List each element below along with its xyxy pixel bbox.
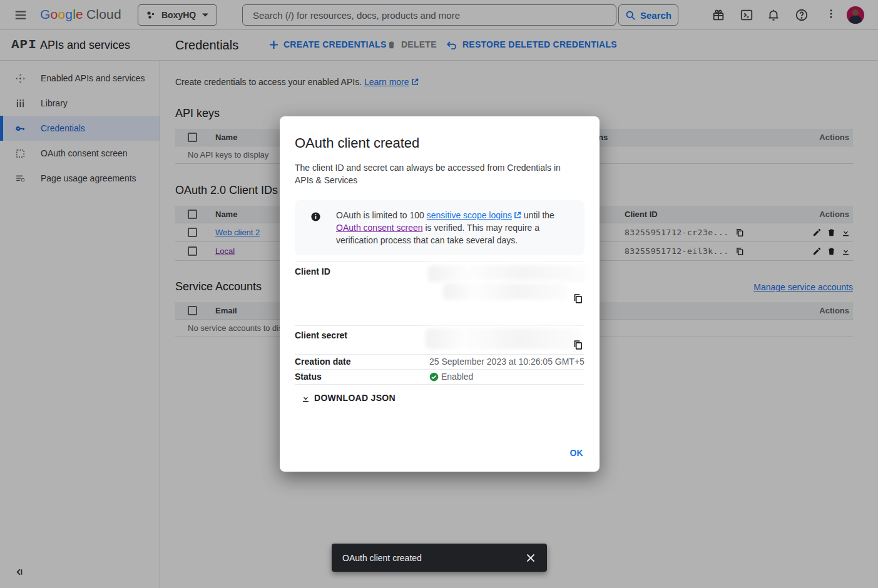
ok-button[interactable]: OK [569, 448, 583, 458]
status-badge: Enabled [429, 372, 584, 382]
notice-mid: until the [521, 210, 554, 220]
client-id-label: Client ID [295, 262, 429, 307]
status-label: Status [295, 370, 429, 384]
dialog-fields: Client ID Client secret Creation date 25… [295, 261, 584, 385]
creation-date-label: Creation date [295, 355, 429, 369]
end-divider [295, 384, 584, 385]
snackbar-toast: OAuth client created [332, 544, 547, 572]
client-secret-value-redacted [429, 326, 584, 354]
google-cloud-console: GoogleCloud BoxyHQ Search [0, 0, 878, 588]
status-row: Status Enabled [295, 369, 584, 384]
spacer-row [295, 307, 584, 325]
creation-date-row: Creation date 25 September 2023 at 10:26… [295, 354, 584, 369]
notice-text: OAuth is limited to 100 sensitive scope … [336, 209, 584, 246]
notice-pre: OAuth is limited to 100 [336, 210, 427, 220]
dialog-title: OAuth client created [295, 135, 584, 151]
redacted-client-secret [426, 328, 582, 349]
dialog-description: The client ID and secret can always be a… [295, 161, 570, 186]
client-secret-row: Client secret [295, 325, 584, 354]
creation-date-value: 25 September 2023 at 10:26:05 GMT+5 [429, 355, 584, 369]
sensitive-scope-logins-link[interactable]: sensitive scope logins [427, 210, 512, 220]
download-icon [301, 393, 310, 403]
toast-message: OAuth client created [342, 553, 526, 563]
external-link-icon [514, 210, 521, 217]
info-icon [310, 211, 321, 222]
verification-notice: OAuth is limited to 100 sensitive scope … [295, 200, 584, 255]
oauth-client-created-dialog: OAuth client created The client ID and s… [280, 116, 600, 472]
check-circle-icon [429, 372, 439, 382]
close-icon[interactable] [526, 553, 536, 563]
copy-client-secret-icon[interactable] [573, 340, 583, 350]
download-json-label: DOWNLOAD JSON [314, 393, 396, 403]
client-id-row: Client ID [295, 261, 584, 307]
redacted-client-id-line1 [428, 265, 586, 282]
client-id-value-redacted [429, 262, 584, 307]
oauth-consent-screen-link[interactable]: OAuth consent screen [336, 223, 423, 233]
client-secret-label: Client secret [295, 326, 429, 354]
redacted-client-id-line2 [443, 283, 568, 300]
status-value: Enabled [441, 372, 473, 382]
copy-client-id-icon[interactable] [573, 293, 583, 304]
download-json-button[interactable]: DOWNLOAD JSON [301, 393, 396, 403]
